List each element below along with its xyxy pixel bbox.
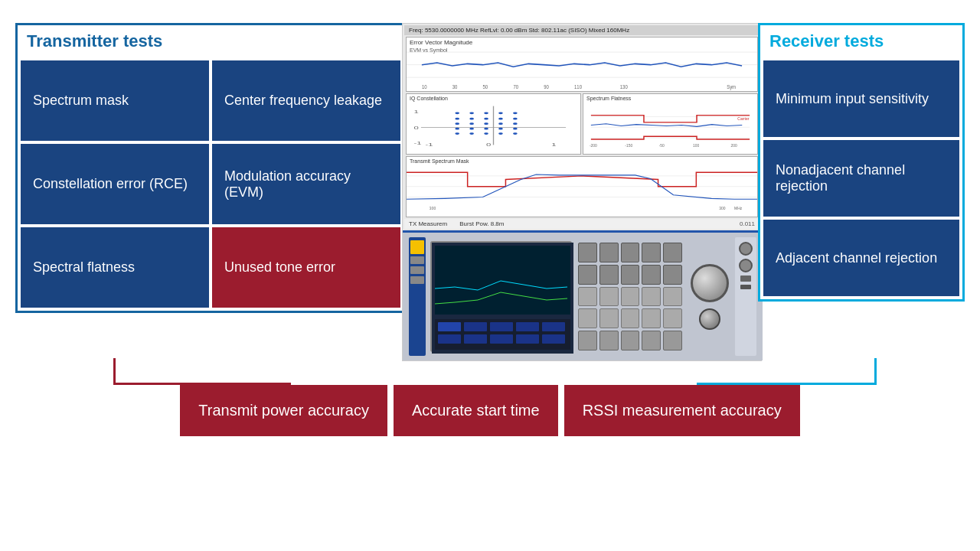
- svg-point-22: [498, 112, 503, 114]
- inst-btn: [642, 331, 661, 350]
- svg-point-35: [469, 128, 474, 130]
- grey-btn1: [410, 256, 424, 264]
- evm-chart: Error Vector Magnitude EVM vs Symbol 10 …: [406, 37, 758, 92]
- svg-text:300: 300: [430, 207, 436, 210]
- transmitter-panel: Transmitter tests Spectrum mask Center f…: [15, 23, 406, 313]
- svg-point-32: [498, 122, 503, 125]
- svg-text:110: 110: [574, 84, 582, 90]
- svg-point-39: [455, 132, 459, 135]
- spectrum-mask-chart: Transmit Spectrum Mask 300: [406, 156, 758, 217]
- inst-btn: [663, 331, 682, 350]
- svg-point-24: [455, 118, 459, 120]
- inst-btn: [599, 331, 619, 350]
- right-vertical-connector: [874, 358, 877, 383]
- svg-text:0: 0: [486, 142, 491, 147]
- right-horizontal-connector: [697, 383, 877, 385]
- svg-point-20: [469, 112, 474, 114]
- inst-btn: [621, 308, 640, 328]
- svg-rect-71: [542, 334, 565, 344]
- svg-point-27: [498, 118, 503, 120]
- svg-point-41: [484, 132, 488, 135]
- svg-text:30: 30: [452, 84, 458, 90]
- screen-top-bar: Freq: 5530.0000000 MHz RefLvl: 0.00 dBm …: [404, 25, 760, 35]
- svg-rect-68: [464, 334, 487, 344]
- svg-text:MHz: MHz: [734, 207, 743, 210]
- svg-text:130: 130: [620, 84, 628, 90]
- svg-point-40: [469, 132, 474, 135]
- ethernet-port: [740, 285, 751, 289]
- inst-btn: [578, 287, 597, 307]
- grey-btn2: [410, 266, 424, 274]
- bottom-section: Transmit power accuracy Accurate start t…: [15, 383, 965, 436]
- iq-constellation-chart: IQ Constellation 1 0 -1 -1 0: [406, 93, 581, 155]
- left-vertical-connector: [113, 358, 116, 383]
- left-horizontal-connector: [113, 383, 291, 385]
- tx-cell-unused-tone: Unused tone error: [212, 227, 400, 308]
- tx-measurement-bar: TX Measurem Burst Pow. 8.8m 0.011: [404, 219, 760, 229]
- svg-point-37: [498, 128, 503, 130]
- rx-cell-min-sensitivity: Minimum input sensitivity: [763, 60, 959, 137]
- svg-text:0: 0: [413, 126, 418, 130]
- svg-point-30: [469, 122, 474, 125]
- tx-cell-rce: Constellation error (RCE): [21, 144, 209, 224]
- svg-text:50: 50: [483, 84, 488, 90]
- inst-btn: [621, 265, 640, 285]
- svg-text:300: 300: [719, 207, 726, 210]
- small-knob: [699, 308, 720, 330]
- svg-text:-50: -50: [659, 144, 665, 148]
- mini-screen-svg: [432, 243, 573, 354]
- svg-point-31: [484, 122, 488, 125]
- inst-btn: [578, 243, 597, 262]
- svg-rect-67: [438, 334, 461, 344]
- grey-btn3: [410, 276, 424, 284]
- usb-port: [740, 276, 751, 282]
- inst-btn: [642, 308, 661, 328]
- svg-text:200: 200: [730, 144, 737, 148]
- bottom-boxes: Transmit power accuracy Accurate start t…: [180, 385, 799, 436]
- receiver-panel: Receiver tests Minimum input sensitivity…: [758, 23, 965, 302]
- svg-point-25: [469, 118, 474, 120]
- inst-btn: [642, 265, 661, 285]
- inst-btn: [578, 308, 597, 328]
- receiver-title: Receiver tests: [760, 25, 962, 60]
- svg-text:100: 100: [693, 144, 700, 148]
- instrument-mini-screen: [430, 241, 572, 352]
- svg-text:1: 1: [413, 109, 418, 114]
- svg-rect-70: [516, 334, 539, 344]
- inst-btn: [578, 265, 597, 285]
- connector-port: [739, 242, 753, 256]
- svg-text:-150: -150: [625, 144, 632, 148]
- svg-point-43: [513, 132, 518, 135]
- spectrum-flatness-chart: Spectrum Flatness: [583, 93, 758, 155]
- svg-text:90: 90: [544, 84, 549, 90]
- svg-rect-62: [438, 322, 461, 331]
- screen-area: Freq: 5530.0000000 MHz RefLvl: 0.00 dBm …: [403, 24, 761, 230]
- svg-rect-66: [542, 322, 565, 331]
- tx-cell-spectrum-mask: Spectrum mask: [21, 60, 209, 141]
- svg-rect-69: [490, 334, 513, 344]
- inst-btn: [599, 265, 619, 285]
- instrument-right-connectors: [735, 237, 756, 356]
- yellow-btn: [410, 240, 424, 254]
- instrument-button-matrix: [577, 241, 684, 352]
- svg-point-42: [498, 132, 503, 135]
- svg-text:70: 70: [513, 84, 518, 90]
- svg-point-34: [455, 128, 459, 130]
- instrument-left-panel: [409, 237, 426, 356]
- inst-btn: [621, 243, 640, 262]
- svg-text:1: 1: [551, 142, 556, 147]
- svg-point-29: [455, 122, 459, 125]
- bottom-cell-rssi: RSSI measurement accuracy: [564, 385, 800, 436]
- evm-chart-svg: 10 30 50 70 90 110 130 Sym: [407, 37, 757, 91]
- svg-text:-1: -1: [426, 142, 433, 147]
- inst-btn: [599, 243, 619, 262]
- inst-btn: [663, 308, 682, 328]
- svg-text:-1: -1: [413, 141, 421, 145]
- tx-cell-evm: Modulation accuracy (EVM): [212, 144, 400, 224]
- svg-rect-65: [516, 322, 539, 331]
- svg-point-23: [513, 112, 518, 114]
- instrument-hardware: [403, 230, 763, 360]
- inst-btn: [642, 243, 661, 262]
- svg-point-28: [513, 118, 518, 120]
- svg-text:10: 10: [422, 84, 427, 90]
